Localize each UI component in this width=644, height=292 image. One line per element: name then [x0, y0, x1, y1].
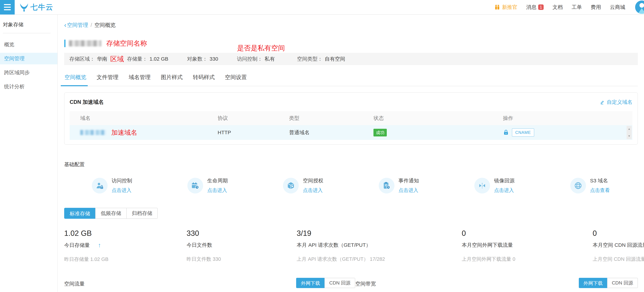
traffic-toggle-external-download[interactable]: 外网下载 — [296, 278, 325, 288]
bucket-tabs: 空间概览 文件管理 域名管理 图片样式 转码样式 空间设置 — [64, 74, 638, 86]
config-access-control[interactable]: 访问控制 点击进入 — [64, 171, 160, 200]
hamburger-icon — [4, 4, 11, 5]
stat-storage-label: 今日存储量 — [64, 242, 90, 249]
config-lifecycle-link[interactable]: 点击进入 — [207, 187, 228, 194]
tab-space-settings[interactable]: 空间设置 — [224, 74, 247, 86]
traffic-toggle-cdn-origin[interactable]: CDN 回源 — [324, 278, 355, 288]
sidebar-item-space-management[interactable]: 空间管理 — [0, 53, 57, 64]
message-count-badge: 1 — [538, 5, 544, 10]
status-badge-success: 成功 — [374, 129, 387, 136]
nav-billing[interactable]: 费用 — [591, 4, 601, 11]
basic-config-grid: 访问控制 点击进入 生命周期 点击进入 — [64, 171, 638, 200]
cdn-domain-card: CDN 加速域名 自定义域名 域名 协议 类型 状态 操作 — [64, 92, 638, 145]
clipboard-clock-icon — [379, 178, 394, 193]
title-accent-bar — [64, 40, 66, 47]
lock-icon[interactable] — [503, 129, 510, 136]
box-icon — [283, 178, 299, 193]
config-mirror-origin-link[interactable]: 点击进入 — [494, 187, 514, 194]
config-event-notification-link[interactable]: 点击进入 — [398, 187, 419, 194]
bandwidth-chart-label: 空间带宽 — [355, 280, 376, 287]
back-chevron-icon: ‹ — [64, 23, 66, 28]
charts-controls-row: 空间流量 外网下载 CDN 回源 空间带宽 外网下载 CDN 回源 — [64, 278, 638, 289]
bandwidth-toggle-external-download[interactable]: 外网下载 — [579, 278, 608, 288]
top-nav: 新推官 消息 1 文档 工单 费用 云商城 — [494, 1, 644, 14]
cdn-row-type: 普通域名 — [289, 129, 374, 136]
gift-icon — [494, 4, 500, 10]
config-space-authorization-link[interactable]: 点击进入 — [303, 187, 323, 194]
scroll-up-icon[interactable]: ▲ — [628, 128, 630, 130]
edit-pencil-icon — [600, 99, 605, 105]
qiniu-logo-text: 七牛云 — [30, 3, 54, 12]
sidebar-item-statistics[interactable]: 统计分析 — [0, 81, 57, 92]
custom-domain-link[interactable]: 自定义域名 — [600, 99, 632, 106]
config-lifecycle[interactable]: 生命周期 点击进入 — [160, 171, 255, 200]
column-protocol: 协议 — [218, 115, 289, 122]
config-access-control-link[interactable]: 点击进入 — [112, 187, 132, 194]
bucket-header: 存储空间名称 — [64, 39, 638, 48]
bandwidth-toggle-cdn-origin[interactable]: CDN 回源 — [607, 278, 638, 288]
storage-tab-standard[interactable]: 标准存储 — [64, 208, 96, 219]
tab-image-styles[interactable]: 图片样式 — [160, 74, 183, 86]
stat-storage: 1.02 GB 今日存储量 ↑ 昨日存储量 1.02 GB — [64, 229, 186, 263]
cdn-card-title: CDN 加速域名 — [70, 99, 104, 106]
tab-file-management[interactable]: 文件管理 — [96, 74, 119, 86]
breadcrumb-back-link[interactable]: 空间管理 — [67, 22, 88, 29]
annotation-bucket-name: 存储空间名称 — [106, 39, 147, 48]
objects-label: 对象数： — [187, 56, 208, 63]
sidebar-item-cross-region-sync[interactable]: 跨区域同步 — [0, 67, 57, 78]
tab-domain-management[interactable]: 域名管理 — [128, 74, 151, 86]
nav-promoter-label: 新推官 — [502, 4, 517, 11]
config-s3-domain-link[interactable]: 点击查看 — [590, 187, 610, 194]
config-event-notification[interactable]: 事件通知 点击进入 — [351, 171, 447, 200]
annotation-private-space: 是否是私有空间 — [237, 43, 285, 53]
cname-button[interactable]: CNAME — [512, 128, 534, 137]
config-access-control-label: 访问控制 — [112, 177, 132, 184]
user-lock-icon — [92, 178, 108, 193]
region-value: 华南 — [97, 56, 107, 63]
cdn-row-protocol: HTTP — [218, 130, 289, 135]
nav-marketplace[interactable]: 云商城 — [610, 4, 625, 11]
column-type: 类型 — [289, 115, 374, 122]
top-header: 七牛云 新推官 消息 1 文档 工单 费用 云商城 — [0, 0, 644, 15]
user-avatar[interactable] — [635, 1, 644, 14]
nav-docs[interactable]: 文档 — [552, 4, 563, 11]
tab-space-overview[interactable]: 空间概览 — [64, 74, 87, 86]
annotation-region: 区域 — [110, 54, 124, 64]
nav-messages[interactable]: 消息 1 — [526, 4, 544, 11]
config-s3-domain[interactable]: S3 域名 点击查看 — [542, 171, 638, 200]
breadcrumb-current: 空间概览 — [94, 22, 116, 29]
bandwidth-source-toggle: 外网下载 CDN 回源 — [579, 278, 638, 288]
scroll-down-icon[interactable]: ▼ — [628, 135, 630, 137]
cdn-domain-row[interactable]: 加速域名 HTTP 普通域名 成功 CNAME ▲ ▼ — [70, 125, 632, 140]
hamburger-menu-button[interactable] — [0, 0, 15, 15]
qiniu-horn-icon — [19, 2, 29, 12]
row-scrollbar[interactable]: ▲ ▼ — [626, 126, 632, 139]
qiniu-logo[interactable]: 七牛云 — [19, 2, 54, 12]
stat-storage-sub: 昨日存储量 1.02 GB — [64, 256, 186, 263]
nav-promoter[interactable]: 新推官 — [494, 4, 517, 11]
bucket-name-redacted — [69, 40, 102, 47]
mirror-arrows-icon — [474, 178, 490, 193]
nav-messages-label: 消息 — [526, 4, 536, 11]
column-domain: 域名 — [70, 115, 218, 122]
storage-type-tabs: 标准存储 低频存储 归档存储 — [64, 208, 158, 219]
access-control-value: 私有 — [264, 56, 275, 63]
storage-label: 存储量： — [127, 56, 148, 63]
storage-tab-archive[interactable]: 归档存储 — [126, 208, 158, 219]
storage-tab-infrequent[interactable]: 低频存储 — [95, 208, 127, 219]
avatar-person-icon — [635, 1, 644, 14]
bucket-info-bar: 存储区域： 华南 区域 存储量： 1.02 GB 对象数： 330 访问控制： … — [64, 53, 638, 65]
tab-transcode-styles[interactable]: 转码样式 — [192, 74, 215, 86]
main-content: ‹ 空间管理 / 空间概览 存储空间名称 是否是私有空间 存储区域： 华南 区域… — [58, 15, 644, 292]
globe-icon — [570, 178, 586, 193]
storage-value: 1.02 GB — [150, 56, 168, 62]
config-space-authorization[interactable]: 空间授权 点击进入 — [255, 171, 351, 200]
sidebar-item-overview[interactable]: 概览 — [0, 39, 57, 50]
stat-api-requests: 3/19 本月 API 请求次数（GET/PUT） 上月 API 请求次数（GE… — [297, 229, 462, 263]
trend-up-icon: ↑ — [98, 242, 101, 249]
config-mirror-origin[interactable]: 镜像回源 点击进入 — [447, 171, 542, 200]
traffic-source-toggle: 外网下载 CDN 回源 — [296, 278, 355, 288]
stat-files: 330 今日文件数 昨日文件数 330 — [186, 229, 297, 263]
cdn-domain-redacted — [80, 130, 106, 135]
nav-tickets[interactable]: 工单 — [572, 4, 582, 11]
